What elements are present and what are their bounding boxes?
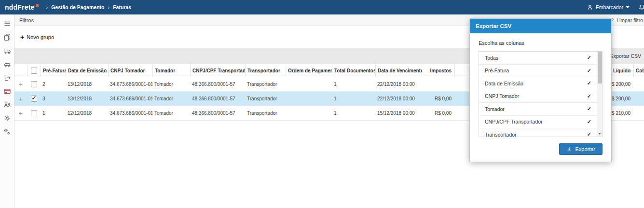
breadcrumb-gestao-pagamento[interactable]: Gestão de Pagamento [51,4,104,10]
cell-transportador: Transportador [245,106,286,120]
scrollbar[interactable] [597,52,602,137]
cell-total-documentos: 1 [332,77,375,91]
expand-row-button[interactable]: + [19,110,23,117]
export-csv-label: Exportar CSV [610,53,641,59]
cell-ordem-pagamento [286,106,332,120]
cell-pre-fatura: 1 [41,106,66,120]
cell-tomador: Tomador [152,106,190,120]
header-cnpj-cpf-transportador[interactable]: CNPJ/CPF Transportador [190,64,245,77]
check-icon: ✓ [587,80,591,86]
cell-cnpj-tomador: 34.673.686/0001-01 [108,106,152,120]
user-menu-label: Embarcador [596,4,623,10]
new-group-button[interactable]: + Novo grupo [20,34,54,41]
column-option-todas[interactable]: Todas ✓ [479,52,602,65]
menu-icon[interactable] [3,19,11,28]
gears-icon[interactable] [3,127,11,136]
chevron-down-icon [626,6,630,8]
cell-data-vencimento: 15/12/2018 00:00 [375,106,422,120]
check-icon: ✓ [587,55,591,61]
cell-tomador: Tomador [152,92,190,106]
export-csv-modal: Exportar CSV Escolha as colunas Todas ✓ … [469,18,612,162]
topbar-right: Embarcador [587,2,644,13]
cell-impostos: R$ 0,00 [422,106,454,120]
users-icon[interactable] [3,100,11,109]
cell-impostos [422,77,454,91]
header-total-documentos[interactable]: Total Documentos [332,64,375,77]
top-bar: nddFrete › Gestão de Pagamento › Faturas… [0,0,644,14]
vehicle-icon[interactable] [3,60,11,68]
column-option-tomador[interactable]: Tomador ✓ [479,103,602,116]
header-tomador[interactable]: Tomador [152,64,190,77]
scrollbar-down-button[interactable] [597,131,602,137]
row-checkbox[interactable] [31,81,37,87]
cell-cnpj-tomador: 34.673.686/0001-01 [108,77,152,91]
row-checkbox[interactable] [31,96,37,102]
bell-icon [638,4,644,11]
header-cobranca[interactable]: Cobrança [633,64,644,77]
payment-management-icon[interactable] [3,87,11,95]
cell-cnpj-cpf-transportador: 48.366.800/0001-57 [190,92,245,106]
expand-row-button[interactable]: + [19,81,23,88]
header-pre-fatura[interactable]: Pré-Fatura [41,64,66,77]
header-label: Ordem de Pagamento [288,68,332,73]
breadcrumb-faturas[interactable]: Faturas [113,4,131,10]
column-option-data-emissao[interactable]: Data de Emissão ✓ [479,77,602,90]
user-menu[interactable]: Embarcador [587,4,630,11]
cell-data-emissao: 12/12/2018 [66,106,108,120]
header-impostos[interactable]: Impostos [422,64,454,77]
column-option-transportador[interactable]: Transportador ✓ [479,128,602,137]
column-option-cnpj-cpf-transportador[interactable]: CNPJ/CPF Transportador ✓ [479,116,602,129]
clear-filter-label: Limpar filtro [617,17,643,23]
chevron-right-icon: › [108,4,110,10]
select-all-checkbox[interactable] [31,68,37,74]
clear-filter-button[interactable]: Limpar filtro [609,17,643,23]
check-icon: ✓ [587,93,591,99]
header-cnpj-tomador[interactable]: CNPJ Tomador [108,64,152,77]
notifications-button[interactable] [636,2,644,13]
header-data-vencimento[interactable]: Data de Vencimento [375,64,422,77]
app-logo: nddFrete [5,3,39,11]
column-option-label: CNPJ Tomador [485,93,519,99]
cell-impostos: R$ 0,00 [422,92,454,106]
header-label: Cobrança [636,68,644,73]
column-option-label: Todas [485,55,498,61]
cell-cobranca [633,92,644,106]
cell-data-vencimento: 22/12/2018 00:00 [375,92,422,106]
header-data-emissao[interactable]: Data de Emissão ↓ [66,64,108,77]
check-icon: ✓ [587,68,591,74]
header-label: Líquido [613,68,630,73]
cell-ordem-pagamento [286,77,332,91]
triangle-down-icon [598,133,601,135]
app-window: nddFrete › Gestão de Pagamento › Faturas… [0,0,644,208]
column-option-cnpj-tomador[interactable]: CNPJ Tomador ✓ [479,90,602,103]
header-transportador[interactable]: Transportador [245,64,286,77]
row-checkbox[interactable] [31,110,37,116]
check-icon: ✓ [587,119,591,125]
check-icon: ✓ [587,131,591,137]
export-button-label: Exportar [575,146,595,152]
header-select-all [27,64,41,77]
plus-icon: + [20,34,24,41]
header-label: Transportador [247,68,280,73]
column-options-list: Todas ✓ Pré-Fatura ✓ Data de Emissão ✓ C… [479,51,603,137]
scrollbar-thumb[interactable] [598,52,602,83]
modal-title: Exportar CSV [476,23,511,29]
documents-icon[interactable] [3,33,11,41]
sign-out-icon[interactable] [3,73,11,82]
modal-header: Exportar CSV [470,19,611,33]
cell-total-documentos: 1 [332,92,375,106]
modal-subtitle: Escolha as colunas [479,40,603,46]
header-ordem-pagamento[interactable]: Ordem de Pagamento [286,64,332,77]
truck-icon[interactable] [3,46,11,55]
cell-pre-fatura: 2 [41,77,66,91]
header-label: CNPJ Tomador [110,68,145,73]
chevron-right-icon: › [46,4,48,10]
user-icon [587,4,593,11]
gear-icon[interactable] [3,114,11,122]
cell-transportador: Transportador [245,77,286,91]
export-button[interactable]: Exportar [559,143,603,155]
modal-footer: Exportar [479,143,603,155]
cell-data-emissao: 13/12/2018 [66,92,108,106]
column-option-pre-fatura[interactable]: Pré-Fatura ✓ [479,65,602,78]
expand-row-button[interactable]: + [19,96,23,102]
